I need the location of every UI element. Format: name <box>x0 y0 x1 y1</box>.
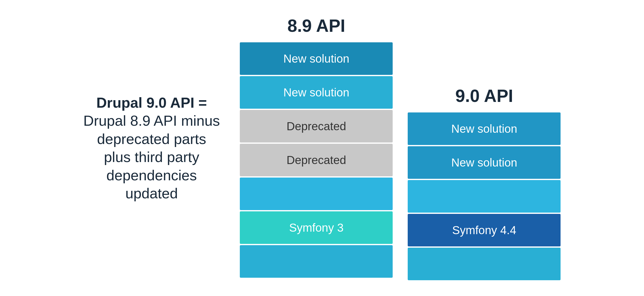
block-90-2 <box>408 180 561 213</box>
column-89-blocks: New solution New solution Deprecated Dep… <box>240 42 393 278</box>
left-description: Drupal 9.0 API = Drupal 8.9 API minus de… <box>83 94 220 203</box>
block-89-5: Symfony 3 <box>240 211 393 244</box>
block-89-1: New solution <box>240 76 393 109</box>
column-89-title: 8.9 API <box>287 16 345 36</box>
block-90-0: New solution <box>408 112 561 145</box>
block-89-2: Deprecated <box>240 110 393 142</box>
block-89-6 <box>240 245 393 278</box>
block-89-3: Deprecated <box>240 144 393 176</box>
description-line3: deprecated parts <box>97 131 206 147</box>
description-line2: Drupal 8.9 API minus <box>83 112 220 129</box>
block-90-3: Symfony 4.4 <box>408 214 561 246</box>
block-90-1: New solution <box>408 146 561 179</box>
column-90-blocks: New solution New solution Symfony 4.4 <box>408 112 561 280</box>
description-line1: Drupal 9.0 API = <box>96 94 207 111</box>
description-line5: dependencies <box>106 167 197 183</box>
column-90: 9.0 API New solution New solution Symfon… <box>408 16 561 280</box>
description-line4: plus third party <box>104 149 199 165</box>
description-line6: updated <box>125 185 178 201</box>
column-89: 8.9 API New solution New solution Deprec… <box>240 16 393 278</box>
block-89-0: New solution <box>240 42 393 75</box>
column-90-title: 9.0 API <box>455 86 513 106</box>
api-columns: 8.9 API New solution New solution Deprec… <box>240 16 561 280</box>
main-container: Drupal 9.0 API = Drupal 8.9 API minus de… <box>0 0 644 296</box>
block-90-4 <box>408 248 561 280</box>
block-89-4 <box>240 178 393 210</box>
